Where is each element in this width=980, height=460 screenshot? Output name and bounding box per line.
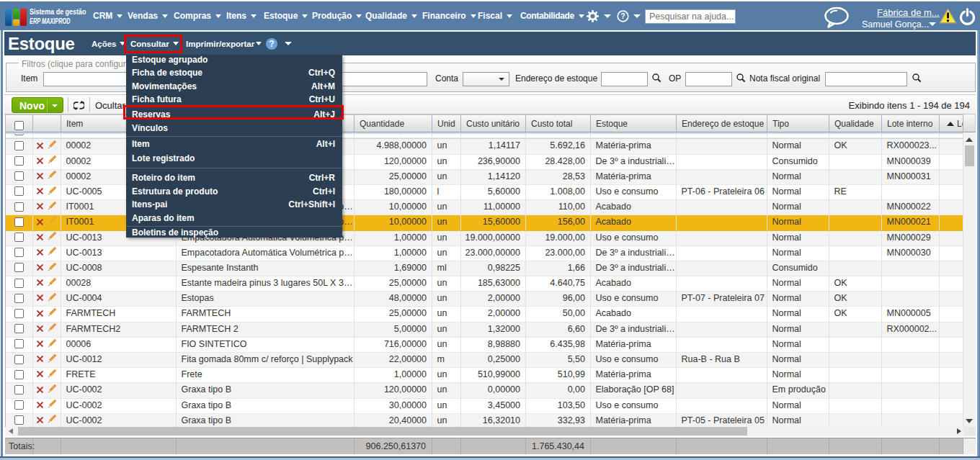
svg-text:?: ? (620, 12, 625, 20)
